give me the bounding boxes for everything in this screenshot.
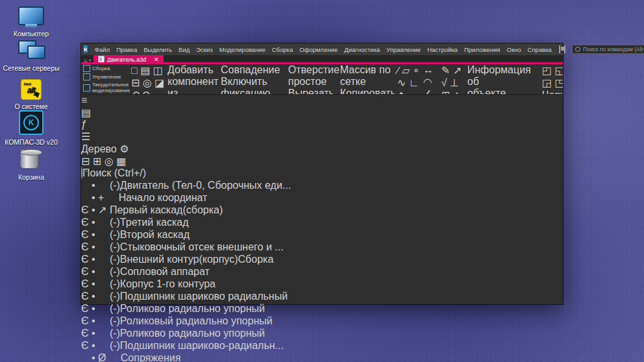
print-icon[interactable]: ⊟ [131, 77, 140, 88]
expander-icon[interactable]: • [92, 303, 95, 314]
tree-row[interactable]: Є • ↗ (-)Роликово радиально упорный [81, 327, 563, 339]
expander-icon[interactable]: • [92, 328, 95, 339]
list-panel-tab[interactable]: ☰ [81, 130, 563, 143]
tol-icon[interactable]: ⊞ [441, 90, 450, 95]
ribbon-tab-management[interactable]: Управление [81, 73, 130, 81]
redo-icon[interactable]: ↷ [143, 90, 151, 95]
menu-item[interactable]: Управление [383, 45, 424, 54]
enable-fix-button[interactable]: Включить фиксацию [221, 76, 260, 95]
radial-dim-icon[interactable]: ◠ [423, 77, 432, 88]
menu-item[interactable]: Моделирование [216, 45, 269, 54]
tree-row[interactable]: Є • ↗ (-)Второй каскад [81, 228, 563, 241]
desktop-icon-network-servers[interactable]: Сетевые серверы [0, 40, 62, 72]
section-icon[interactable]: Є [81, 217, 89, 228]
tree-row[interactable]: Є • ↗ (-)Роликовый радиально упорный [81, 315, 563, 327]
tree-relations-icon[interactable]: ◎ [105, 156, 114, 167]
expander-icon[interactable]: • [92, 241, 95, 252]
dimension-icon[interactable]: ↔ [423, 64, 434, 75]
menu-item[interactable]: Справка [525, 45, 555, 54]
parameters-panel-tab[interactable]: ▤ [81, 106, 563, 119]
new-doc-icon[interactable]: □ [131, 65, 138, 76]
drawing-view-icon[interactable]: ◰ [542, 65, 552, 76]
section-icon[interactable]: Є [81, 241, 89, 252]
ribbon-tab-solid-modeling[interactable]: Твердотельное моделирование [81, 81, 130, 94]
menu-item[interactable]: Настройка [424, 45, 461, 54]
simple-hole-button[interactable]: Отверстие простое [288, 64, 340, 88]
command-search-input[interactable]: Поиск по командам (Alt+/) [572, 45, 644, 54]
note-icon[interactable]: ✎ [441, 65, 450, 76]
save-icon[interactable]: ◫ [153, 65, 163, 76]
leader-icon[interactable]: ↗ [453, 65, 462, 76]
expander-icon[interactable]: • [92, 180, 95, 191]
variables-panel-tab[interactable]: ƒ [81, 119, 563, 130]
tree-row[interactable]: Є • ↗ (-)Третий каскад [81, 216, 563, 228]
ribbon-tab-assembly[interactable]: Сборка [81, 64, 130, 73]
save-as-icon[interactable]: ◪ [155, 77, 164, 88]
cut-extrude-button[interactable]: Вырезать выдавливанием [288, 88, 340, 95]
menu-item[interactable]: Файл [92, 45, 113, 54]
open-icon[interactable]: ▤ [140, 65, 150, 76]
menu-item[interactable]: Выделить [140, 45, 175, 54]
desktop-icon-kompas[interactable]: K КОМПАС-3D v20 [0, 110, 62, 146]
tree-marquee-icon[interactable]: ▦ [116, 156, 126, 167]
section-icon[interactable]: Є [81, 229, 89, 240]
section-icon[interactable]: Є [81, 315, 89, 326]
tree-panel-tab[interactable]: ≡ [81, 95, 563, 106]
tree-row[interactable]: Є • ↗ (-)Подшипник шариково-радиальн... [81, 339, 563, 352]
tree-structure-icon[interactable]: ⊟ [81, 156, 90, 167]
tree-row[interactable]: Є • ↗ (-)Корпус 1-го контура [81, 278, 563, 290]
drawing-detail-icon[interactable]: ◳ [554, 77, 563, 88]
add-component-button[interactable]: Добавить компонент из... [167, 64, 221, 95]
expander-icon[interactable]: • [92, 254, 95, 265]
menu-item[interactable]: Окно [504, 45, 525, 54]
section-icon[interactable]: Є [81, 204, 89, 215]
section-icon[interactable]: Є [81, 278, 89, 289]
copy-objects-button[interactable]: Копировать объекты [340, 88, 397, 95]
rough-icon[interactable]: √ [441, 77, 447, 88]
tree-row[interactable]: Є • ↗ (-)Роликово радиально упорный [81, 302, 563, 315]
datum-icon[interactable]: ⊥ [450, 77, 459, 88]
tree-row[interactable]: Є • + ↗ Начало координат [81, 191, 563, 204]
expander-icon[interactable]: • [92, 192, 95, 203]
expander-icon[interactable]: • [92, 204, 95, 215]
expander-icon[interactable]: • [92, 340, 95, 351]
menu-item[interactable]: Эскиз [193, 45, 216, 54]
menu-item[interactable]: Сборка [269, 45, 297, 54]
drawing-cut-icon[interactable]: ◲ [542, 77, 552, 88]
tree-row[interactable]: Є • ↗ (-)Стыковочный отсек внешнего и ..… [81, 241, 563, 253]
tree-search-input[interactable]: Поиск (Ctrl+/) [81, 167, 563, 179]
tree-row[interactable]: Є • ↗ Первый каскад(сборка) [81, 204, 563, 216]
expander-icon[interactable]: • [92, 266, 95, 277]
tree-row[interactable]: Є • ↗ (-)Внешний контур(корпус)Сборка [81, 253, 563, 265]
section-icon[interactable]: Є [81, 328, 89, 339]
expander-icon[interactable]: • [92, 352, 95, 362]
menu-item[interactable]: Вид [175, 45, 193, 54]
object-info-button[interactable]: Информация об объекте [467, 64, 506, 95]
aux-curve-icon[interactable]: ∿ [397, 77, 406, 88]
tree-flat-icon[interactable]: ⊞ [93, 156, 101, 167]
gear-icon[interactable]: ⚙ [119, 143, 129, 154]
mark-icon[interactable]: ◬ [453, 90, 461, 95]
expander-icon[interactable]: • [92, 315, 95, 326]
drawing-proj-icon[interactable]: ◱ [554, 65, 563, 76]
tree-row[interactable]: Є • ↗ (-)Подшипник шариково радиальный [81, 290, 563, 302]
tree-row[interactable]: Є • ↗ (-)Сопловой аппарат [81, 265, 563, 278]
aux-plane-icon[interactable]: ▱ [402, 65, 410, 76]
expander-icon[interactable]: • [92, 229, 95, 240]
desktop-icon-trash[interactable]: Корзина [0, 147, 62, 181]
expander-icon[interactable]: • [92, 291, 95, 302]
expander-icon[interactable]: • [92, 278, 95, 289]
layout-windows-icon[interactable] [559, 45, 560, 53]
menu-item[interactable]: Оформление [296, 45, 341, 54]
undo-icon[interactable]: ↶ [131, 90, 140, 95]
angle-dim-icon[interactable]: ∠ [423, 89, 432, 95]
desktop-icon-about-system[interactable]: basealt О системе [0, 79, 62, 110]
section-icon[interactable]: Є [81, 291, 89, 302]
section-icon[interactable]: Є [81, 303, 89, 314]
coincidence-button[interactable]: Совпадение [221, 64, 260, 76]
menu-item[interactable]: Диагностика [341, 45, 383, 54]
menu-item[interactable]: Приложения [461, 45, 504, 54]
aux-ctrl-icon[interactable]: ◆ [397, 90, 405, 95]
layout-split-icon[interactable] [564, 45, 565, 53]
aux-axis-icon[interactable]: ∕ [397, 65, 399, 76]
